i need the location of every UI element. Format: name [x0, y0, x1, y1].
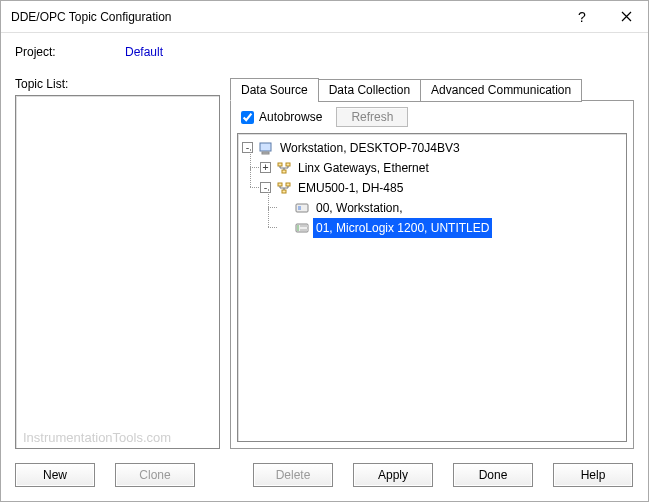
expander-minus-icon[interactable]: - [260, 182, 271, 193]
svg-rect-12 [300, 225, 308, 227]
tree-label-selected: 01, MicroLogix 1200, UNTITLED [313, 218, 492, 238]
plc-icon [294, 221, 310, 235]
refresh-button[interactable]: Refresh [336, 107, 408, 127]
svg-rect-9 [298, 206, 301, 210]
topic-list-column: Topic List: [15, 77, 220, 449]
dialog-window: DDE/OPC Topic Configuration ? Project: D… [0, 0, 649, 502]
apply-button[interactable]: Apply [353, 463, 433, 487]
tab-data-collection[interactable]: Data Collection [318, 79, 421, 102]
autobrowse-label: Autobrowse [259, 110, 322, 124]
project-row: Project: Default [15, 45, 634, 59]
svg-rect-3 [286, 163, 290, 166]
help-button[interactable]: Help [553, 463, 633, 487]
tab-advanced-communication[interactable]: Advanced Communication [420, 79, 582, 102]
tree-node-01-micrologix[interactable]: 01, MicroLogix 1200, UNTITLED [278, 218, 624, 238]
tab-data-source[interactable]: Data Source [230, 78, 319, 101]
network-icon [276, 161, 292, 175]
clone-button[interactable]: Clone [115, 463, 195, 487]
svg-rect-13 [300, 229, 308, 231]
network-icon [276, 181, 292, 195]
expander-plus-icon[interactable]: + [260, 162, 271, 173]
svg-rect-4 [282, 170, 286, 173]
autobrowse-checkbox[interactable] [241, 111, 254, 124]
project-label: Project: [15, 45, 125, 59]
svg-rect-6 [286, 183, 290, 186]
project-value-link[interactable]: Default [125, 45, 163, 59]
device-tree[interactable]: - Workstation, DESKTOP-70J4BV3 [237, 133, 627, 442]
autobrowse-checkbox-wrap[interactable]: Autobrowse [241, 110, 322, 124]
workstation-icon [258, 141, 274, 155]
svg-rect-7 [282, 190, 286, 193]
expander-minus-icon[interactable]: - [242, 142, 253, 153]
tree-node-linx-gateways[interactable]: + Linx Gateways, Ethernet [260, 158, 624, 178]
svg-rect-1 [262, 152, 269, 154]
tree-label: Linx Gateways, Ethernet [295, 158, 432, 178]
topic-list-label: Topic List: [15, 77, 220, 91]
titlebar: DDE/OPC Topic Configuration ? [1, 1, 648, 33]
help-titlebar-button[interactable]: ? [560, 2, 604, 32]
tree-node-00-workstation[interactable]: 00, Workstation, [278, 198, 624, 218]
tree-label: EMU500-1, DH-485 [295, 178, 406, 198]
done-button[interactable]: Done [453, 463, 533, 487]
panel-controls: Autobrowse Refresh [237, 107, 627, 127]
device-icon [294, 201, 310, 215]
new-button[interactable]: New [15, 463, 95, 487]
tree-label: Workstation, DESKTOP-70J4BV3 [277, 138, 463, 158]
window-title: DDE/OPC Topic Configuration [11, 10, 560, 24]
right-column: Data Source Data Collection Advanced Com… [230, 77, 634, 449]
tab-panel: Autobrowse Refresh - [230, 100, 634, 449]
svg-rect-11 [297, 225, 299, 231]
svg-rect-8 [296, 204, 308, 212]
content-area: Project: Default Topic List: Data Source… [1, 33, 648, 501]
svg-rect-5 [278, 183, 282, 186]
button-row: New Clone Delete Apply Done Help [15, 463, 634, 487]
delete-button[interactable]: Delete [253, 463, 333, 487]
tree-node-emu500[interactable]: - EMU500-1, DH-485 [260, 178, 624, 198]
tree-label: 00, Workstation, [313, 198, 405, 218]
tab-strip: Data Source Data Collection Advanced Com… [230, 77, 634, 100]
topic-list-box[interactable] [15, 95, 220, 449]
main-area: Topic List: Data Source Data Collection … [15, 77, 634, 449]
close-icon [621, 11, 632, 22]
close-button[interactable] [604, 2, 648, 32]
svg-rect-0 [260, 143, 271, 151]
tree-node-workstation[interactable]: - Workstation, DESKTOP-70J4BV3 [242, 138, 624, 158]
svg-rect-2 [278, 163, 282, 166]
